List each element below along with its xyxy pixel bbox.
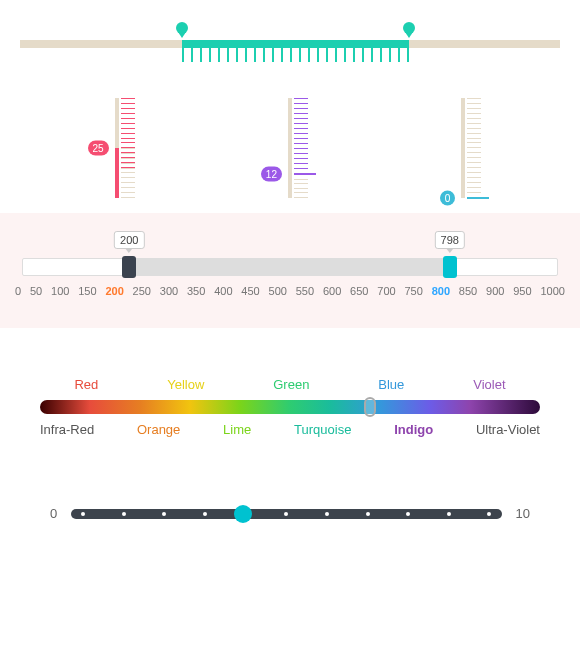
- track: [461, 98, 465, 198]
- range-handle-low[interactable]: [174, 22, 190, 42]
- scale-tick: 350: [187, 285, 205, 297]
- color-label: Indigo: [394, 422, 433, 437]
- scale-tick: 0: [15, 285, 21, 297]
- color-label: Violet: [473, 377, 505, 392]
- spectrum-handle[interactable]: [364, 397, 376, 417]
- scale-tick: 400: [214, 285, 232, 297]
- scale-tick: 50: [30, 285, 42, 297]
- color-label: Yellow: [167, 377, 204, 392]
- scale-tick: 550: [296, 285, 314, 297]
- range-handle-high[interactable]: [401, 22, 417, 42]
- scale-tick: 300: [160, 285, 178, 297]
- color-label: Infra-Red: [40, 422, 94, 437]
- ticks: [294, 98, 308, 174]
- pip-max-label: 10: [516, 506, 530, 521]
- numeric-range-slider[interactable]: 200 798 05010015020025030035040045050055…: [0, 213, 580, 328]
- fill: [115, 148, 119, 198]
- value-bubble: 0: [440, 191, 456, 206]
- scale-tick: 650: [350, 285, 368, 297]
- color-spectrum-slider[interactable]: RedYellowGreenBlueViolet Infra-RedOrange…: [0, 328, 580, 471]
- vertical-sliders: 25 12 0: [0, 78, 580, 213]
- value-bubble: 25: [88, 141, 109, 156]
- pip-min-label: 0: [50, 506, 57, 521]
- color-label: Turquoise: [294, 422, 351, 437]
- scale-tick: 900: [486, 285, 504, 297]
- pip-track[interactable]: [71, 509, 501, 519]
- color-label: Ultra-Violet: [476, 422, 540, 437]
- ticks: [467, 98, 481, 198]
- vertical-slider-pink[interactable]: 25: [72, 98, 162, 198]
- color-label: Blue: [378, 377, 404, 392]
- color-label: Lime: [223, 422, 251, 437]
- ticks-mask: [294, 174, 308, 198]
- scale-tick: 600: [323, 285, 341, 297]
- range-slider-green[interactable]: [0, 0, 580, 78]
- vertical-slider-blue[interactable]: 0: [418, 98, 508, 198]
- scale-tick: 250: [133, 285, 151, 297]
- pip-handle[interactable]: [234, 505, 252, 523]
- range-fill: [182, 40, 409, 48]
- handle-low[interactable]: [122, 256, 136, 278]
- scale: 0501001502002503003504004505005506006507…: [15, 285, 565, 297]
- color-label: Green: [273, 377, 309, 392]
- scale-tick: 1000: [540, 285, 564, 297]
- scale-tick: 150: [78, 285, 96, 297]
- ticks-mask: [121, 148, 135, 198]
- pip-slider[interactable]: 0 10: [0, 471, 580, 561]
- scale-tick: 700: [377, 285, 395, 297]
- handle-tick[interactable]: [467, 197, 489, 199]
- scale-tick: 750: [404, 285, 422, 297]
- handle-tick[interactable]: [294, 173, 316, 175]
- fill: [129, 259, 450, 275]
- color-label: Red: [74, 377, 98, 392]
- pip-dots: [81, 509, 491, 519]
- handle-high[interactable]: [443, 256, 457, 278]
- value-bubble: 12: [261, 167, 282, 182]
- scale-tick: 800: [432, 285, 450, 297]
- range-ticks-bottom: [182, 48, 409, 62]
- vertical-slider-purple[interactable]: 12: [245, 98, 335, 198]
- tooltip-low: 200: [114, 231, 144, 249]
- scale-tick: 100: [51, 285, 69, 297]
- spectrum-bar[interactable]: [40, 400, 540, 414]
- track: [288, 98, 292, 198]
- scale-tick: 450: [241, 285, 259, 297]
- scale-tick: 500: [269, 285, 287, 297]
- labels-top: RedYellowGreenBlueViolet: [40, 377, 540, 392]
- scale-tick: 850: [459, 285, 477, 297]
- labels-bottom: Infra-RedOrangeLimeTurquoiseIndigoUltra-…: [40, 422, 540, 437]
- scale-tick: 200: [105, 285, 123, 297]
- color-label: Orange: [137, 422, 180, 437]
- tooltip-high: 798: [435, 231, 465, 249]
- scale-tick: 950: [513, 285, 531, 297]
